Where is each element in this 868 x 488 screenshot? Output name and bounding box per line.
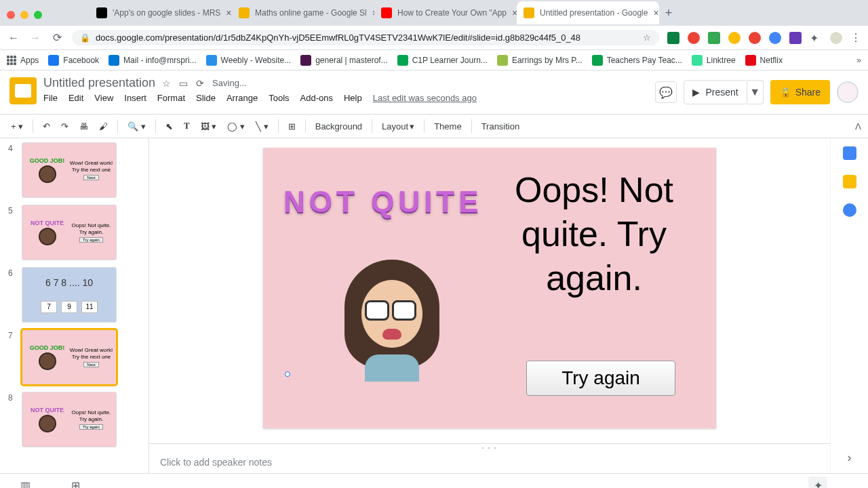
menu-file[interactable]: File xyxy=(43,93,58,103)
browser-tab[interactable]: Maths online game - Google Sl× xyxy=(232,1,374,24)
filmstrip[interactable]: 4GOOD JOB!Wow! Great work! Try the next … xyxy=(0,138,149,473)
layout-button[interactable]: Layout ▾ xyxy=(378,119,418,134)
close-tab-icon[interactable]: × xyxy=(226,7,231,18)
new-slide-button[interactable]: + ▾ xyxy=(7,119,27,134)
address-bar: ← → ⟳ 🔒 docs.google.com/presentation/d/1… xyxy=(0,26,868,50)
bookmark-item[interactable]: Earrings by Mrs P... xyxy=(497,55,583,66)
comment-tool[interactable]: ⊞ xyxy=(284,119,300,134)
bookmark-item[interactable]: Netflix xyxy=(745,55,783,66)
select-tool[interactable]: ⬉ xyxy=(161,119,177,134)
present-dropdown[interactable]: ▼ xyxy=(747,80,764,104)
menu-tools[interactable]: Tools xyxy=(269,93,289,103)
speaker-notes[interactable]: Click to add speaker notes xyxy=(149,451,830,473)
ext-icon[interactable] xyxy=(728,32,741,44)
keep-icon[interactable] xyxy=(843,175,856,188)
slide-thumbnail[interactable]: 5NOT QUITEOops! Not quite. Try again.Try… xyxy=(8,205,146,260)
star-icon[interactable]: ☆ xyxy=(162,78,171,89)
bookmark-item[interactable]: general | masterof... xyxy=(300,55,388,66)
bookmark-item[interactable]: Linktree xyxy=(692,55,736,66)
menu-view[interactable]: View xyxy=(94,93,113,103)
ext-icon[interactable] xyxy=(749,32,761,44)
main-text[interactable]: Oops! Not quite. Try again. xyxy=(492,168,696,300)
filmstrip-view-icon[interactable]: ▥ xyxy=(20,479,31,488)
apps-bookmark[interactable]: Apps xyxy=(7,56,39,65)
forward-button[interactable]: → xyxy=(28,32,42,44)
ext-icon[interactable] xyxy=(769,32,781,44)
maximize-window[interactable] xyxy=(34,11,42,19)
bookmark-item[interactable]: Teachers Pay Teac... xyxy=(592,55,682,66)
star-icon[interactable]: ☆ xyxy=(643,33,651,43)
shape-tool[interactable]: ◯ ▾ xyxy=(223,119,249,134)
extensions-icon[interactable]: ✦ xyxy=(810,32,822,44)
zoom-button[interactable]: 🔍 ▾ xyxy=(123,119,150,134)
back-button[interactable]: ← xyxy=(7,32,20,44)
bookmark-item[interactable]: Facebook xyxy=(48,55,99,66)
slide-canvas[interactable]: NOT QUITE Oops! Not quite. Try again. Tr… xyxy=(263,148,716,428)
menu-add-ons[interactable]: Add-ons xyxy=(300,93,333,103)
bitmoji-avatar[interactable] xyxy=(338,260,446,388)
tasks-icon[interactable] xyxy=(843,203,856,217)
lock-icon: 🔒 xyxy=(80,33,90,43)
bookmarks-overflow[interactable]: » xyxy=(856,56,861,65)
share-button[interactable]: 🔒 Share xyxy=(770,80,830,104)
reload-button[interactable]: ⟳ xyxy=(50,31,64,44)
menu-insert[interactable]: Insert xyxy=(124,93,146,103)
close-tab-icon[interactable]: × xyxy=(653,7,658,18)
grid-view-icon[interactable]: ⊞ xyxy=(71,479,80,488)
doc-header: Untitled presentation ☆ ▭ ⟳ Saving... Fi… xyxy=(0,70,868,114)
ext-icon[interactable] xyxy=(708,32,720,44)
url-field[interactable]: 🔒 docs.google.com/presentation/d/1r5dbZ4… xyxy=(72,30,659,45)
collapse-toolbar-icon[interactable]: ᐱ xyxy=(855,121,861,131)
doc-title[interactable]: Untitled presentation xyxy=(43,76,155,90)
print-button[interactable]: 🖶 xyxy=(75,119,92,134)
redo-button[interactable]: ↷ xyxy=(57,119,73,134)
menu-help[interactable]: Help xyxy=(344,93,362,103)
account-avatar[interactable] xyxy=(837,81,859,103)
chrome-menu-icon[interactable]: ⋮ xyxy=(850,31,861,44)
ext-icon[interactable] xyxy=(667,32,679,44)
selection-handle[interactable] xyxy=(285,371,290,377)
close-tab-icon[interactable]: × xyxy=(512,7,517,18)
theme-button[interactable]: Theme xyxy=(430,119,465,134)
calendar-icon[interactable] xyxy=(843,146,856,160)
slide-thumbnail[interactable]: 7GOOD JOB!Wow! Great work! Try the next … xyxy=(8,329,146,385)
textbox-tool[interactable]: 𝐓 xyxy=(180,118,194,134)
background-button[interactable]: Background xyxy=(311,119,366,134)
try-again-button[interactable]: Try again xyxy=(526,361,675,396)
new-tab-button[interactable]: + xyxy=(659,3,678,22)
image-tool[interactable]: 🖼 ▾ xyxy=(197,119,221,134)
menu-edit[interactable]: Edit xyxy=(68,93,83,103)
side-expand-icon[interactable]: › xyxy=(848,451,852,465)
notes-resize-handle[interactable]: • • • xyxy=(149,443,830,451)
explore-button[interactable]: ✦ xyxy=(808,476,827,489)
comments-button[interactable]: 💬 xyxy=(655,81,677,103)
menu-arrange[interactable]: Arrange xyxy=(226,93,258,103)
undo-button[interactable]: ↶ xyxy=(39,119,54,134)
profile-avatar[interactable] xyxy=(830,32,842,44)
menu-format[interactable]: Format xyxy=(157,93,185,103)
browser-tab[interactable]: 'App's on google slides - MRS× xyxy=(90,1,232,24)
paint-format-button[interactable]: 🖌 xyxy=(95,119,112,134)
ext-icon[interactable] xyxy=(789,32,802,44)
last-edit[interactable]: Last edit was seconds ago xyxy=(373,93,477,103)
slide-thumbnail[interactable]: 8NOT QUITEOops! Not quite. Try again.Try… xyxy=(8,392,146,447)
browser-tab[interactable]: How to Create Your Own "App× xyxy=(374,1,517,24)
ext-icon[interactable] xyxy=(688,32,700,44)
url-text: docs.google.com/presentation/d/1r5dbZ4Kp… xyxy=(96,33,580,43)
slide-thumbnail[interactable]: 4GOOD JOB!Wow! Great work! Try the next … xyxy=(8,142,146,198)
bookmark-item[interactable]: C1P Learner Journ... xyxy=(397,55,488,66)
slides-logo-icon[interactable] xyxy=(9,77,37,104)
wordart-not-quite[interactable]: NOT QUITE xyxy=(283,185,483,219)
transition-button[interactable]: Transition xyxy=(477,119,524,134)
canvas-scroll[interactable]: NOT QUITE Oops! Not quite. Try again. Tr… xyxy=(149,138,830,443)
menu-slide[interactable]: Slide xyxy=(196,93,216,103)
minimize-window[interactable] xyxy=(20,11,28,19)
move-icon[interactable]: ▭ xyxy=(179,78,188,89)
close-window[interactable] xyxy=(7,11,15,19)
present-button[interactable]: ▶ Present xyxy=(684,80,747,104)
browser-tab[interactable]: Untitled presentation - Google× xyxy=(517,1,659,24)
bookmark-item[interactable]: Weebly - Website... xyxy=(206,55,292,66)
bookmark-item[interactable]: Mail - info@mrspri... xyxy=(108,55,197,66)
slide-thumbnail[interactable]: 66 7 8 .... 107911 xyxy=(8,267,146,323)
line-tool[interactable]: ╲ ▾ xyxy=(252,119,273,134)
